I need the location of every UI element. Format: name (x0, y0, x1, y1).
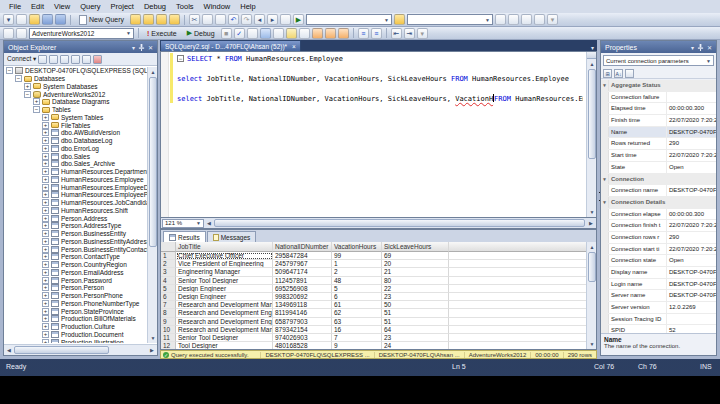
tree-item[interactable]: +HumanResources.EmployeeDepartmen (4, 183, 157, 191)
find-next-icon[interactable] (508, 14, 519, 25)
row-number[interactable]: 5 (161, 285, 176, 293)
tree-item[interactable]: +dbo.Sales_Archive (4, 160, 157, 168)
expand-toggle-icon[interactable]: − (6, 67, 13, 74)
paste-icon[interactable] (215, 14, 226, 25)
add-item-icon[interactable] (16, 14, 27, 25)
tree-item[interactable]: +FileTables (4, 121, 157, 129)
scroll-thumb[interactable] (588, 69, 596, 159)
property-section[interactable]: ▾Connection (601, 174, 716, 186)
grid-cell[interactable]: 811994146 (273, 309, 332, 317)
expand-toggle-icon[interactable]: + (42, 292, 49, 299)
row-number[interactable]: 3 (161, 268, 176, 276)
property-row[interactable]: Connection rows r290 (601, 232, 716, 244)
tree-item[interactable]: +Person.EmailAddress (4, 269, 157, 277)
close-icon[interactable]: ✕ (707, 44, 712, 51)
grid-cell[interactable]: Research and Development Manager (176, 326, 273, 334)
tree-item[interactable]: +HumanResources.EmployeePayHistory (4, 191, 157, 199)
editor-vscrollbar[interactable]: ▲ ▼ (586, 52, 596, 217)
stop-icon[interactable]: ■ (221, 28, 232, 39)
property-pages-icon[interactable] (625, 69, 634, 78)
undo-icon[interactable]: ↶ (228, 14, 239, 25)
grid-cell[interactable]: Chief Executive Officer (176, 252, 273, 260)
splitter-grip[interactable] (587, 52, 596, 59)
grid-cell[interactable]: Design Engineer (176, 293, 273, 301)
alphabetical-icon[interactable]: A↓ (614, 69, 623, 78)
menu-view[interactable]: View (49, 0, 75, 13)
expand-toggle-icon[interactable]: + (42, 145, 49, 152)
menu-help[interactable]: Help (235, 0, 260, 13)
available-databases-combo[interactable]: AdventureWorks2012 ▼ (29, 28, 134, 39)
property-row[interactable]: Login nameDESKTOP-0470FLQ\Ahs (601, 279, 716, 291)
grid-cell[interactable]: 23 (382, 293, 449, 301)
grid-cell[interactable]: 64 (382, 326, 449, 334)
property-row[interactable]: Server nameDESKTOP-0470FLQ\SQL (601, 290, 716, 302)
save-icon[interactable] (42, 14, 53, 25)
object-explorer-header[interactable]: Object Explorer ▾ ✕ (4, 41, 157, 53)
database-engine-query-icon[interactable] (130, 14, 141, 25)
filter-icon[interactable] (71, 55, 80, 64)
column-header[interactable]: JobTitle (176, 242, 273, 252)
row-number[interactable]: 8 (161, 309, 176, 317)
expand-toggle-icon[interactable]: + (42, 222, 49, 229)
expand-toggle-icon[interactable]: + (42, 137, 49, 144)
grid-cell[interactable]: 62 (332, 309, 382, 317)
expand-toggle-icon[interactable]: + (42, 261, 49, 268)
connect-db-icon[interactable] (3, 28, 14, 39)
collapse-region-icon[interactable]: − (177, 55, 184, 62)
grid-cell[interactable]: 69 (382, 252, 449, 260)
object-explorer-hscrollbar[interactable]: ◀ ▶ (4, 344, 157, 355)
tree-item[interactable]: −Tables (4, 106, 157, 114)
results-to-text-icon[interactable] (273, 28, 284, 39)
grid-cell[interactable]: 80 (382, 277, 449, 285)
row-number[interactable]: 10 (161, 326, 176, 334)
execute-button[interactable]: ! Execute (143, 27, 181, 39)
tab-close-icon[interactable]: × (292, 43, 296, 50)
tree-item[interactable]: +Production.Document (4, 331, 157, 339)
results-grid[interactable]: JobTitleNationalIDNumberVacationHoursSic… (161, 242, 586, 349)
menu-window[interactable]: Window (199, 0, 236, 13)
row-number[interactable]: 4 (161, 277, 176, 285)
expand-toggle-icon[interactable]: − (33, 106, 40, 113)
comment-icon[interactable]: ≡ (358, 28, 369, 39)
expand-toggle-icon[interactable]: + (42, 230, 49, 237)
scroll-thumb[interactable] (214, 219, 585, 227)
tab-messages[interactable]: Messages (207, 231, 257, 242)
uncomment-icon[interactable]: ≡ (371, 28, 382, 39)
find-in-files-icon[interactable] (495, 14, 506, 25)
expand-toggle-icon[interactable]: + (42, 269, 49, 276)
new-file-icon[interactable]: ▾ (3, 14, 14, 25)
debug-button[interactable]: ▶ Debug (183, 27, 219, 39)
property-row[interactable]: Connection failure (601, 92, 716, 104)
row-number[interactable]: 7 (161, 301, 176, 309)
pin-icon[interactable] (697, 44, 704, 51)
scroll-thumb[interactable] (588, 252, 596, 282)
expand-toggle-icon[interactable]: + (42, 253, 49, 260)
expand-toggle-icon[interactable]: + (42, 308, 49, 315)
expand-toggle-icon[interactable]: + (42, 184, 49, 191)
activity-monitor-icon[interactable] (280, 14, 291, 25)
scroll-thumb[interactable] (149, 77, 157, 247)
column-header[interactable]: NationalIDNumber (273, 242, 332, 252)
code-area[interactable]: −SELECT * FROM HumanResources.Employeese… (177, 54, 583, 217)
tree-item[interactable]: +Production.BillOfMaterials (4, 315, 157, 323)
expand-toggle-icon[interactable]: + (42, 238, 49, 245)
grid-cell[interactable]: 7 (332, 334, 382, 342)
scroll-up-icon[interactable]: ▲ (148, 67, 158, 77)
menu-edit[interactable]: Edit (26, 0, 49, 13)
grid-cell[interactable]: Engineering Manager (176, 268, 273, 276)
reports-icon[interactable] (93, 55, 102, 64)
grid-cell[interactable]: 112457891 (273, 277, 332, 285)
property-row[interactable]: Connection elapse00:00:00.300 (601, 209, 716, 221)
open-file-icon[interactable] (29, 14, 40, 25)
expand-toggle-icon[interactable]: + (42, 215, 49, 222)
tree-item[interactable]: +HumanResources.Department (4, 168, 157, 176)
decrease-indent-icon[interactable]: ⇤ (391, 28, 402, 39)
expand-toggle-icon[interactable]: + (42, 168, 49, 175)
results-vscrollbar[interactable]: ▲ ▼ (586, 242, 596, 349)
expand-toggle-icon[interactable]: + (42, 176, 49, 183)
navigate-back-icon[interactable]: ◂ (254, 14, 265, 25)
grid-cell[interactable]: Research and Development Engineer (176, 309, 273, 317)
expand-toggle-icon[interactable]: + (24, 83, 31, 90)
tree-item[interactable]: −DESKTOP-0470FLQ\SQLEXPRESS (SQL Server … (4, 67, 157, 75)
tree-item[interactable]: +Person.BusinessEntityAddress (4, 238, 157, 246)
